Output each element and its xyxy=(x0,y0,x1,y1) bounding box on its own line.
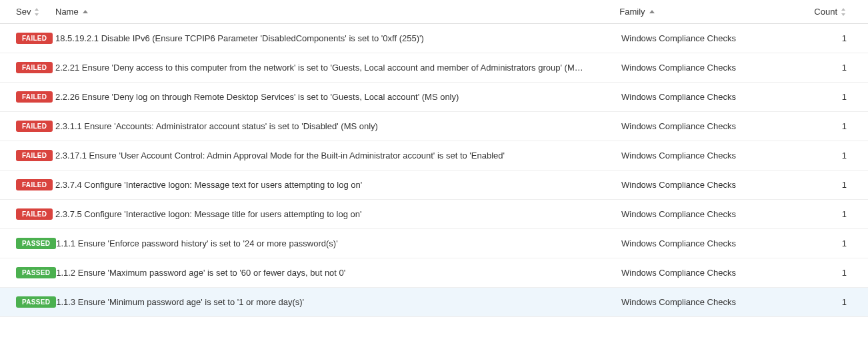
check-name: 1.1.1 Ensure 'Enforce password history' … xyxy=(56,238,338,248)
cell-sev: FAILED xyxy=(5,62,55,73)
cell-sev: FAILED xyxy=(5,150,55,161)
cell-count: 1 xyxy=(816,33,863,43)
cell-sev: FAILED xyxy=(5,121,55,132)
cell-sev: FAILED xyxy=(5,179,55,190)
count-value: 1 xyxy=(842,268,847,278)
cell-name: 1.1.1 Ensure 'Enforce password history' … xyxy=(56,238,616,248)
check-name: 2.2.26 Ensure 'Deny log on through Remot… xyxy=(55,92,459,102)
table-row[interactable]: PASSED1.1.3 Ensure 'Minimum password age… xyxy=(0,288,868,317)
status-badge: PASSED xyxy=(16,267,56,278)
table-header-row: Sev Name Family Count xyxy=(0,0,868,24)
count-value: 1 xyxy=(842,151,847,161)
cell-count: 1 xyxy=(816,63,863,73)
column-header-count-label: Count xyxy=(814,7,837,17)
table-row[interactable]: FAILED2.3.17.1 Ensure 'User Account Cont… xyxy=(0,141,868,171)
cell-count: 1 xyxy=(816,268,863,278)
cell-count: 1 xyxy=(816,151,863,161)
column-header-sev[interactable]: Sev xyxy=(5,7,55,17)
table-row[interactable]: PASSED1.1.2 Ensure 'Maximum password age… xyxy=(0,258,868,288)
column-header-name-label: Name xyxy=(55,7,79,17)
check-name: 1.1.2 Ensure 'Maximum password age' is s… xyxy=(56,268,345,278)
cell-sev: PASSED xyxy=(5,238,56,249)
cell-sev: FAILED xyxy=(5,91,55,103)
cell-family: Windows Compliance Checks xyxy=(616,121,816,131)
status-badge: FAILED xyxy=(16,33,53,44)
cell-name: 2.2.21 Ensure 'Deny access to this compu… xyxy=(55,63,616,73)
count-value: 1 xyxy=(842,238,847,248)
family-name: Windows Compliance Checks xyxy=(621,121,736,131)
cell-sev: FAILED xyxy=(5,208,55,220)
cell-count: 1 xyxy=(816,209,863,219)
cell-family: Windows Compliance Checks xyxy=(616,268,816,278)
family-name: Windows Compliance Checks xyxy=(621,33,736,43)
status-badge: FAILED xyxy=(16,208,53,220)
family-name: Windows Compliance Checks xyxy=(621,238,736,248)
cell-name: 1.1.2 Ensure 'Maximum password age' is s… xyxy=(56,268,616,278)
cell-name: 2.3.1.1 Ensure 'Accounts: Administrator … xyxy=(55,121,616,131)
compliance-table: Sev Name Family Count FAILED18.5.19.2.1 … xyxy=(0,0,868,317)
check-name: 2.3.1.1 Ensure 'Accounts: Administrator … xyxy=(55,121,378,131)
cell-family: Windows Compliance Checks xyxy=(616,33,816,43)
cell-sev: PASSED xyxy=(5,267,56,278)
cell-family: Windows Compliance Checks xyxy=(616,151,816,161)
column-header-name[interactable]: Name xyxy=(55,7,614,17)
check-name: 2.2.21 Ensure 'Deny access to this compu… xyxy=(55,63,589,73)
family-name: Windows Compliance Checks xyxy=(621,297,736,307)
family-name: Windows Compliance Checks xyxy=(621,268,736,278)
count-value: 1 xyxy=(842,297,847,307)
status-badge: PASSED xyxy=(16,238,56,249)
status-badge: FAILED xyxy=(16,179,53,190)
cell-family: Windows Compliance Checks xyxy=(616,92,816,102)
count-value: 1 xyxy=(842,92,847,102)
table-row[interactable]: PASSED1.1.1 Ensure 'Enforce password his… xyxy=(0,229,868,258)
count-value: 1 xyxy=(842,63,847,73)
cell-name: 2.3.17.1 Ensure 'User Account Control: A… xyxy=(55,151,616,161)
cell-count: 1 xyxy=(816,297,863,307)
family-name: Windows Compliance Checks xyxy=(621,151,736,161)
cell-name: 18.5.19.2.1 Disable IPv6 (Ensure TCPIP6 … xyxy=(55,33,616,43)
family-name: Windows Compliance Checks xyxy=(621,180,736,190)
cell-sev: FAILED xyxy=(5,33,55,44)
count-value: 1 xyxy=(842,121,847,131)
sort-asc-icon xyxy=(83,10,88,13)
cell-family: Windows Compliance Checks xyxy=(616,209,816,219)
cell-name: 1.1.3 Ensure 'Minimum password age' is s… xyxy=(56,297,616,307)
check-name: 2.3.17.1 Ensure 'User Account Control: A… xyxy=(55,151,505,161)
cell-family: Windows Compliance Checks xyxy=(616,180,816,190)
family-name: Windows Compliance Checks xyxy=(621,209,736,219)
count-value: 1 xyxy=(842,33,847,43)
cell-name: 2.2.26 Ensure 'Deny log on through Remot… xyxy=(55,92,616,102)
table-row[interactable]: FAILED18.5.19.2.1 Disable IPv6 (Ensure T… xyxy=(0,24,868,53)
status-badge: FAILED xyxy=(16,121,53,132)
status-badge: FAILED xyxy=(16,150,53,161)
cell-name: 2.3.7.4 Configure 'Interactive logon: Me… xyxy=(55,180,616,190)
check-name: 1.1.3 Ensure 'Minimum password age' is s… xyxy=(56,297,304,307)
cell-sev: PASSED xyxy=(5,296,56,308)
cell-count: 1 xyxy=(816,180,863,190)
check-name: 2.3.7.5 Configure 'Interactive logon: Me… xyxy=(55,209,362,219)
cell-family: Windows Compliance Checks xyxy=(616,63,816,73)
table-row[interactable]: FAILED2.2.21 Ensure 'Deny access to this… xyxy=(0,53,868,83)
table-row[interactable]: FAILED2.3.7.4 Configure 'Interactive log… xyxy=(0,171,868,200)
cell-count: 1 xyxy=(816,238,863,248)
table-row[interactable]: FAILED2.3.1.1 Ensure 'Accounts: Administ… xyxy=(0,112,868,141)
cell-count: 1 xyxy=(816,92,863,102)
check-name: 18.5.19.2.1 Disable IPv6 (Ensure TCPIP6 … xyxy=(55,33,424,43)
family-name: Windows Compliance Checks xyxy=(621,92,736,102)
table-row[interactable]: FAILED2.2.26 Ensure 'Deny log on through… xyxy=(0,83,868,112)
column-header-family[interactable]: Family xyxy=(614,7,814,17)
status-badge: FAILED xyxy=(16,91,53,103)
cell-count: 1 xyxy=(816,121,863,131)
family-name: Windows Compliance Checks xyxy=(621,63,736,73)
sort-icon xyxy=(841,8,847,16)
table-row[interactable]: FAILED2.3.7.5 Configure 'Interactive log… xyxy=(0,200,868,229)
count-value: 1 xyxy=(842,209,847,219)
count-value: 1 xyxy=(842,180,847,190)
cell-family: Windows Compliance Checks xyxy=(616,238,816,248)
status-badge: FAILED xyxy=(16,62,53,73)
check-name: 2.3.7.4 Configure 'Interactive logon: Me… xyxy=(55,180,362,190)
cell-name: 2.3.7.5 Configure 'Interactive logon: Me… xyxy=(55,209,616,219)
sort-asc-icon xyxy=(649,10,655,13)
status-badge: PASSED xyxy=(16,296,56,308)
column-header-count[interactable]: Count xyxy=(814,7,863,17)
